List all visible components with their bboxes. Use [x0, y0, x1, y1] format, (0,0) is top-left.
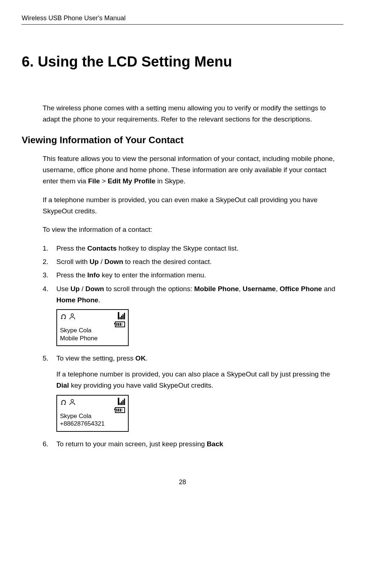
text: > — [100, 177, 108, 185]
text: Press the — [56, 244, 87, 252]
lcd-screenshot-2: Skype Cola +886287654321 — [56, 395, 129, 432]
bold-file: File — [88, 177, 100, 185]
section-heading: Viewing Information of Your Contact — [22, 135, 343, 146]
text: . — [98, 296, 100, 304]
text: / — [99, 258, 104, 265]
bold-back: Back — [207, 440, 223, 448]
bold-down: Down — [104, 258, 123, 265]
intro-paragraph: The wireless phone comes with a setting … — [43, 102, 343, 125]
text: and — [322, 285, 335, 293]
running-header: Wireless USB Phone User's Manual — [22, 14, 343, 25]
text: Scroll with — [56, 258, 90, 265]
person-icon — [69, 398, 76, 405]
step-number: 4. — [43, 283, 48, 294]
text: in Skype. — [155, 177, 185, 185]
text: , — [239, 285, 243, 293]
bold-up: Up — [90, 258, 99, 265]
step-1: 1. Press the Contacts hotkey to display … — [43, 243, 343, 254]
lcd-screenshot-1: Skype Cola Mobile Phone — [56, 309, 129, 346]
bold-home-phone: Home Phone — [56, 296, 98, 304]
lcd-line-1: Skype Cola — [60, 327, 125, 334]
bold-mobile-phone: Mobile Phone — [194, 285, 239, 293]
text: to scroll through the options: — [104, 285, 194, 293]
svg-point-1 — [71, 399, 74, 402]
bold-edit-profile: Edit My Profile — [108, 177, 155, 185]
text: key to enter the information menu. — [100, 271, 206, 279]
step-number: 6. — [43, 438, 48, 449]
step-number: 3. — [43, 269, 48, 281]
bold-info: Info — [87, 271, 100, 279]
bold-ok: OK — [136, 354, 146, 362]
step-3: 3. Press the Info key to enter the infor… — [43, 269, 343, 281]
section-paragraph-1: This feature allows you to view the pers… — [43, 153, 343, 187]
bold-down: Down — [85, 285, 104, 293]
section-paragraph-2: If a telephone number is provided, you c… — [43, 194, 343, 217]
text: hotkey to display the Skype contact list… — [117, 244, 239, 252]
text: To view the setting, press — [56, 354, 136, 362]
text: This feature allows you to view the pers… — [43, 155, 335, 185]
step-2: 2. Scroll with Up / Down to reach the de… — [43, 256, 343, 267]
step-number: 1. — [43, 243, 48, 254]
chapter-title: 6. Using the LCD Setting Menu — [22, 54, 343, 70]
bold-office-phone: Office Phone — [280, 285, 322, 293]
text: . — [146, 354, 147, 362]
bold-up: Up — [70, 285, 80, 293]
text: to reach the desired contact. — [123, 258, 212, 265]
lcd-line-2: Mobile Phone — [60, 335, 125, 342]
text: key providing you have valid SkypeOut cr… — [69, 382, 213, 389]
signal-icon — [118, 312, 125, 319]
bold-dial: Dial — [56, 382, 69, 389]
person-icon — [69, 312, 76, 319]
step-5-substep: If a telephone number is provided, you c… — [56, 368, 343, 391]
lcd-line-2: +886287654321 — [60, 420, 125, 427]
text: To return to your main screen, just keep… — [56, 440, 207, 448]
headset-icon — [60, 312, 67, 319]
section-paragraph-3: To view the information of a contact: — [43, 224, 343, 235]
step-6: 6. To return to your main screen, just k… — [43, 438, 343, 449]
svg-point-0 — [71, 314, 74, 316]
text: Use — [56, 285, 70, 293]
step-number: 2. — [43, 256, 48, 267]
step-5: 5. To view the setting, press OK. — [43, 353, 343, 364]
bold-username: Username — [242, 285, 276, 293]
battery-icon — [115, 407, 125, 413]
text: If a telephone number is provided, you c… — [56, 370, 330, 378]
headset-icon — [60, 398, 67, 405]
lcd-line-1: Skype Cola — [60, 412, 125, 420]
step-number: 5. — [43, 353, 48, 364]
text: / — [80, 285, 85, 293]
signal-icon — [118, 398, 125, 405]
step-4: 4. Use Up / Down to scroll through the o… — [43, 283, 343, 306]
text: , — [276, 285, 280, 293]
battery-icon — [115, 321, 125, 327]
text: Press the — [56, 271, 87, 279]
bold-contacts: Contacts — [87, 244, 117, 252]
page-number: 28 — [22, 478, 343, 486]
